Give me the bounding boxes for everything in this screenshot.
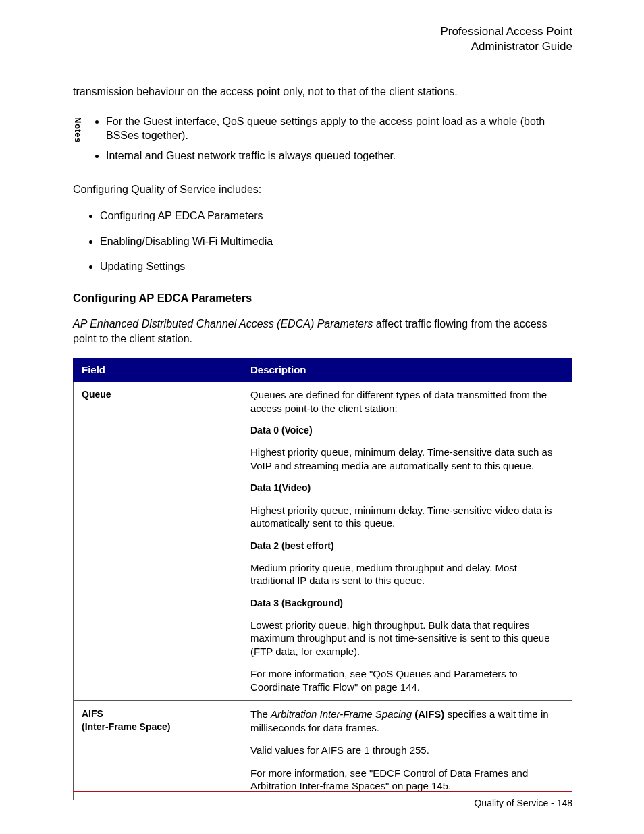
note-item-1: For the Guest interface, QoS queue setti…	[106, 114, 572, 143]
desc-aifs: The Arbitration Inter-Frame Spacing (AIF…	[242, 701, 572, 800]
field-aifs: AIFS (Inter-Frame Space)	[74, 701, 242, 800]
page-header: Professional Access Point Administrator …	[73, 24, 572, 57]
config-intro: Configuring Quality of Service includes:	[73, 182, 572, 197]
bss-link[interactable]: BSS	[106, 130, 128, 141]
config-item-1[interactable]: Configuring AP EDCA Parameters	[100, 209, 572, 224]
th-field: Field	[74, 359, 242, 382]
header-line1: Professional Access Point	[73, 24, 572, 39]
header-line2: Administrator Guide	[73, 39, 572, 54]
field-queue: Queue	[74, 382, 242, 701]
config-item-2[interactable]: Enabling/Disabling Wi-Fi Multimedia	[100, 234, 572, 249]
footer-text: Quality of Service - 148	[73, 798, 572, 808]
footer-rule	[73, 791, 572, 792]
edca-table: Field Description Queue Queues are defin…	[73, 358, 572, 800]
section-desc: AP Enhanced Distributed Channel Access (…	[73, 317, 572, 346]
notes-content: For the Guest interface, QoS queue setti…	[90, 114, 572, 169]
intro-paragraph: transmission behaviour on the access poi…	[73, 84, 572, 99]
section-heading: Configuring AP EDCA Parameters	[73, 292, 572, 305]
desc-queue: Queues are defined for different types o…	[242, 382, 572, 701]
note-item-2: Internal and Guest network traffic is al…	[106, 149, 572, 163]
table-row: AIFS (Inter-Frame Space) The Arbitration…	[74, 701, 572, 800]
header-rule	[444, 57, 572, 57]
table-row: Queue Queues are defined for different t…	[74, 382, 572, 701]
th-description: Description	[242, 359, 572, 382]
config-item-3[interactable]: Updating Settings	[100, 259, 572, 274]
page-footer: Quality of Service - 148	[73, 791, 572, 808]
notes-block: Notes For the Guest interface, QoS queue…	[73, 114, 572, 169]
notes-label: Notes	[73, 114, 83, 143]
config-list: Configuring AP EDCA Parameters Enabling/…	[73, 209, 572, 274]
